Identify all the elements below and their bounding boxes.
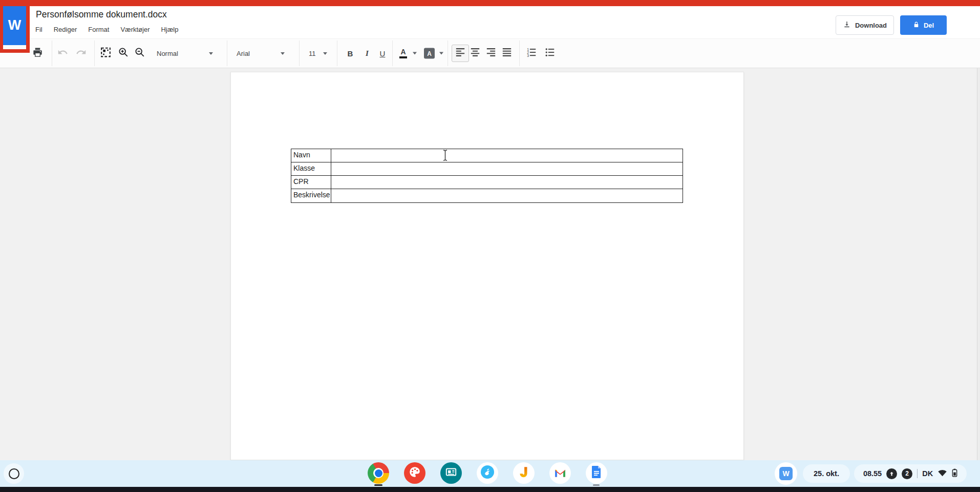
chrome-icon[interactable]: [368, 462, 389, 484]
docs-document-icon: [591, 465, 602, 481]
table-cell-value[interactable]: [331, 189, 683, 202]
annotation-highlight-frame: [0, 0, 30, 53]
toolbar: Normal Arial 11 B I U A A: [0, 38, 980, 68]
underline-button[interactable]: U: [376, 46, 389, 61]
select-tool-button[interactable]: [99, 46, 112, 61]
table-row: Klasse: [291, 162, 683, 176]
launcher-button[interactable]: [4, 463, 24, 484]
tray-date: 25. okt.: [814, 469, 839, 478]
table-row: Navn: [291, 149, 683, 162]
chevron-down-icon: [323, 52, 327, 55]
print-button[interactable]: [32, 47, 44, 60]
zoom-out-button[interactable]: [134, 47, 145, 60]
highlight-color-dropdown[interactable]: [439, 52, 443, 55]
menu-format[interactable]: Format: [88, 26, 109, 33]
undo-button[interactable]: [57, 47, 68, 60]
scrollbar-track[interactable]: [977, 68, 980, 460]
chevron-down-icon: [413, 52, 417, 55]
table-cell-value[interactable]: [331, 162, 683, 175]
menu-fil[interactable]: Fil: [35, 26, 42, 33]
align-justify-button[interactable]: [501, 47, 513, 59]
gmail-icon[interactable]: [549, 462, 571, 484]
toolbar-separator: [299, 40, 300, 66]
table-row: CPR: [291, 176, 683, 189]
toolbar-separator: [392, 40, 393, 66]
bold-button[interactable]: B: [344, 46, 357, 61]
paragraph-style-dropdown[interactable]: Normal: [154, 45, 216, 62]
menu-vaerktoejer[interactable]: Værktøjer: [120, 26, 150, 33]
undo-icon: [57, 47, 68, 60]
table-cell-label[interactable]: Navn: [291, 149, 331, 162]
share-button-label: Del: [924, 22, 934, 29]
table-cell-label[interactable]: Beskrivelse: [291, 189, 331, 202]
menu-rediger[interactable]: Rediger: [54, 26, 77, 33]
wifi-icon: [938, 469, 947, 478]
align-right-button[interactable]: [485, 47, 497, 59]
italic-button[interactable]: I: [360, 46, 374, 61]
align-center-button[interactable]: [470, 47, 481, 59]
document-table: Navn Klasse CPR Beskrivelse: [291, 149, 683, 203]
tray-date-button[interactable]: 25. okt.: [803, 464, 850, 483]
align-right-icon: [485, 47, 497, 59]
table-cell-label[interactable]: Klasse: [291, 162, 331, 175]
tray-word-button[interactable]: W: [775, 462, 797, 485]
menu-hjaelp[interactable]: Hjælp: [161, 26, 178, 33]
highlight-letter: A: [427, 50, 432, 57]
font-size-value: 11: [309, 50, 316, 57]
card-app-icon[interactable]: [440, 462, 462, 484]
highlight-color-button[interactable]: A: [424, 48, 435, 59]
launcher-icon: [9, 468, 19, 479]
font-size-dropdown[interactable]: 11: [306, 45, 330, 62]
tray-word-icon: W: [779, 467, 793, 480]
table-cell-value[interactable]: [331, 149, 683, 162]
tray-time: 08.55: [863, 469, 882, 478]
card-icon: [444, 465, 458, 481]
text-color-dropdown[interactable]: [413, 52, 417, 55]
gmail-m-icon: [554, 467, 566, 479]
align-left-button[interactable]: [452, 45, 469, 62]
table-cell-value[interactable]: [331, 176, 683, 189]
dove-app-icon[interactable]: [477, 462, 498, 484]
marquee-select-icon: [99, 46, 112, 61]
document-workspace: Navn Klasse CPR Beskrivelse: [0, 68, 980, 460]
chrome-running-indicator: [374, 484, 382, 486]
font-family-dropdown[interactable]: Arial: [233, 45, 288, 62]
zoom-in-icon: [118, 47, 129, 60]
tray-status-button[interactable]: 08.55 2 DK: [854, 464, 967, 483]
font-family-value: Arial: [237, 50, 250, 57]
numbered-list-button[interactable]: 123: [525, 47, 537, 60]
notification-count: 2: [905, 470, 909, 477]
zoom-in-button[interactable]: [118, 47, 129, 60]
document-title[interactable]: Personfølsomme dokument.docx: [36, 9, 167, 20]
chevron-down-icon: [209, 52, 213, 55]
document-page[interactable]: Navn Klasse CPR Beskrivelse: [230, 72, 744, 460]
shelf-apps: [368, 462, 607, 484]
jamboard-icon[interactable]: [513, 462, 535, 484]
download-icon: [843, 20, 851, 30]
toolbar-separator: [448, 40, 448, 66]
chrome-icon-center: [375, 469, 382, 477]
dove-icon: [480, 464, 495, 482]
toolbar-separator: [337, 40, 337, 66]
redo-button[interactable]: [76, 47, 87, 60]
taskbar-shelf: W 25. okt. 08.55 2 DK: [0, 460, 980, 487]
redo-icon: [76, 47, 87, 60]
svg-text:3: 3: [527, 54, 529, 57]
bulleted-list-button[interactable]: [544, 47, 556, 60]
printer-icon: [32, 47, 44, 60]
chrome-icon-ring: [373, 468, 384, 478]
toolbar-separator: [52, 40, 52, 66]
text-color-button[interactable]: A: [399, 48, 407, 58]
canvas-icon[interactable]: [404, 462, 425, 484]
download-button[interactable]: Download: [836, 15, 894, 35]
header: Personfølsomme dokument.docx Fil Rediger…: [0, 6, 980, 38]
docs-icon[interactable]: [586, 462, 607, 484]
table-cell-label[interactable]: CPR: [291, 176, 331, 189]
share-button[interactable]: Del: [900, 15, 947, 35]
screen-bottom-bar: [0, 487, 980, 492]
chevron-down-icon: [439, 52, 443, 55]
annotation-top-bar: [0, 0, 980, 6]
text-cursor-icon: [442, 149, 448, 163]
text-color-letter: A: [400, 48, 406, 55]
toolbar-separator: [227, 40, 227, 66]
